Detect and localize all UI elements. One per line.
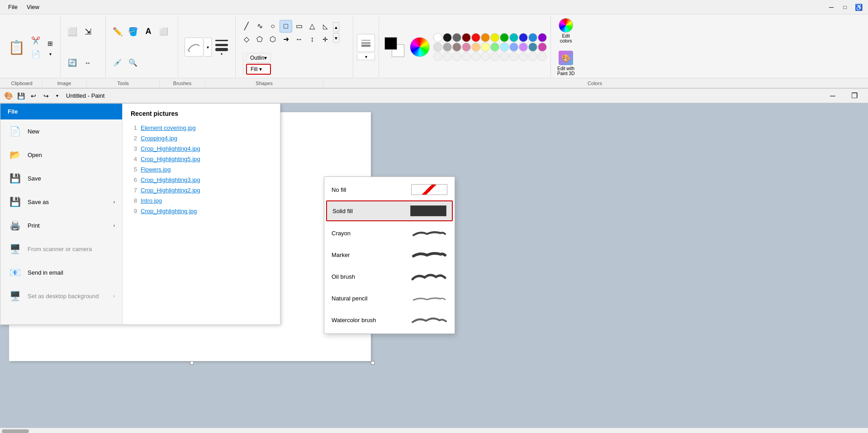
color-swatch-red[interactable]: [471, 33, 480, 42]
paste-down-arrow[interactable]: ▾: [44, 51, 57, 57]
color-swatch-blue[interactable]: [519, 33, 528, 42]
file-desktop[interactable]: 🖥️ Set as desktop background ›: [0, 284, 122, 308]
color-swatch-empty9[interactable]: [509, 52, 518, 61]
shape-pentagon[interactable]: ⬠: [253, 33, 266, 46]
color-swatch-lightgray1[interactable]: [433, 43, 442, 52]
resize-button[interactable]: ⇲: [81, 24, 95, 39]
color-swatch-empty1[interactable]: [433, 52, 442, 61]
size-dropdown-arrow[interactable]: ▾: [357, 54, 375, 60]
fill-button[interactable]: 🪣: [126, 24, 140, 39]
shape-diamond[interactable]: ◇: [240, 33, 253, 46]
shape-arrow-right[interactable]: ➜: [280, 33, 292, 46]
window-restore[interactable]: ❐: [844, 89, 864, 103]
color-swatch-gray[interactable]: [443, 43, 452, 52]
recent-item-8[interactable]: 8 Intro.jpg: [131, 195, 272, 206]
shape-four-arrows[interactable]: ✛: [319, 33, 332, 46]
shape-rect-selected[interactable]: □: [280, 20, 292, 33]
text-button[interactable]: A: [141, 24, 156, 39]
accessibility-icon[interactable]: ♿: [853, 1, 864, 13]
shape-arrow-both[interactable]: ↔: [293, 33, 305, 46]
color-swatch-white[interactable]: [433, 33, 442, 42]
fill-type-button[interactable]: Fill ▾: [246, 64, 271, 75]
color-swatch-empty5[interactable]: [471, 52, 480, 61]
color-swatch-empty3[interactable]: [452, 52, 461, 61]
recent-item-3[interactable]: 3 Crop_Highlighting4.jpg: [131, 143, 272, 154]
recent-item-5[interactable]: 5 Flowers.jpg: [131, 164, 272, 175]
brush-stroke-3[interactable]: [214, 48, 229, 51]
color-swatch-steelblue[interactable]: [528, 43, 537, 52]
outline-button[interactable]: Outlin▾: [246, 53, 271, 63]
minimize-button[interactable]: ─: [825, 1, 837, 13]
recent-item-1[interactable]: 1 Element covering.jpg: [131, 123, 272, 133]
recent-item-9[interactable]: 9 Crop_Highlighting.jpg: [131, 206, 272, 216]
magnify-button[interactable]: 🔍: [126, 56, 140, 70]
fill-option-marker[interactable]: Marker: [324, 244, 455, 266]
recent-item-6[interactable]: 6 Crop_Highlighting3.jpg: [131, 175, 272, 185]
color-picker-button[interactable]: 💉: [110, 56, 125, 70]
file-email[interactable]: 📧 Send in email: [0, 261, 122, 284]
shape-ellipse[interactable]: ○: [266, 20, 279, 33]
canvas-handle-corner[interactable]: [371, 361, 375, 365]
fill-option-watercolor[interactable]: Watercolor brush: [324, 309, 455, 331]
file-print[interactable]: 🖨️ Print ›: [0, 214, 122, 237]
color-swatch-empty4[interactable]: [462, 52, 471, 61]
maximize-button[interactable]: □: [839, 1, 851, 13]
file-scanner[interactable]: 🖥️ From scanner or camera: [0, 237, 122, 261]
edit-paint3d-button[interactable]: 🎨 Edit withPaint 3D: [555, 49, 576, 78]
shapes-scroll-down[interactable]: ▼: [333, 33, 339, 43]
canvas-handle-bottom[interactable]: [190, 361, 194, 365]
window-minimize[interactable]: ─: [823, 89, 843, 103]
brush-stroke-2[interactable]: [214, 43, 229, 47]
h-scrollbar[interactable]: [0, 428, 868, 433]
color-wheel[interactable]: [410, 37, 430, 57]
color-swatch-yellow[interactable]: [490, 33, 499, 42]
shape-curve[interactable]: ∿: [253, 20, 266, 33]
color-swatch-empty11[interactable]: [528, 52, 537, 61]
recent-item-7[interactable]: 7 Crop_Highlighting2.jpg: [131, 185, 272, 195]
copy-button[interactable]: 📄: [29, 48, 42, 60]
shape-rounded-rect[interactable]: ▭: [293, 20, 305, 33]
qa-save-button[interactable]: 💾: [15, 90, 26, 101]
color1-swatch[interactable]: [384, 37, 397, 50]
recent-item-4[interactable]: 4 Crop_Highlighting5.jpg: [131, 154, 272, 164]
color-swatch-lightgreen[interactable]: [490, 43, 499, 52]
fill-option-oil-brush[interactable]: Oil brush: [324, 266, 455, 287]
recent-item-2[interactable]: 2 Cropping4.jpg: [131, 133, 272, 143]
color-swatch-darkred[interactable]: [462, 33, 471, 42]
color-swatch-indigo[interactable]: [528, 33, 537, 42]
color-swatch-magenta[interactable]: [538, 43, 547, 52]
fill-option-no-fill[interactable]: No fill: [324, 180, 455, 200]
file-new[interactable]: 📄 New: [0, 119, 122, 143]
color-swatch-green[interactable]: [500, 33, 509, 42]
rotate-button[interactable]: 🔄: [65, 56, 80, 70]
menu-view[interactable]: View: [22, 2, 44, 12]
color-swatch-purple[interactable]: [538, 33, 547, 42]
color-swatch-empty12[interactable]: [538, 52, 547, 61]
fill-option-solid[interactable]: Solid fill: [326, 200, 453, 221]
color-swatch-empty7[interactable]: [490, 52, 499, 61]
file-open[interactable]: 📂 Open: [0, 143, 122, 167]
color-swatch-lavender[interactable]: [519, 43, 528, 52]
fill-option-natural-pencil[interactable]: Natural pencil: [324, 287, 455, 309]
edit-colors-button[interactable]: Editcolors: [557, 16, 575, 45]
shape-hexagon[interactable]: ⬡: [266, 33, 279, 46]
shape-up-down-arrow[interactable]: ↕: [306, 33, 318, 46]
eraser-button[interactable]: ⬜: [157, 24, 171, 39]
color-swatch-empty6[interactable]: [481, 52, 490, 61]
color-swatch-skyblue[interactable]: [509, 43, 518, 52]
color-swatch-empty10[interactable]: [519, 52, 528, 61]
shape-right-triangle[interactable]: ◺: [319, 20, 332, 33]
color-swatch-darkgray[interactable]: [452, 33, 461, 42]
color-swatch-lightyellow[interactable]: [481, 43, 490, 52]
pencil-button[interactable]: ✏️: [110, 24, 125, 39]
file-save-as[interactable]: 💾 Save as ›: [0, 190, 122, 214]
menu-file[interactable]: File: [4, 2, 22, 12]
qa-dropdown-arrow[interactable]: ▾: [53, 90, 61, 101]
file-save[interactable]: 💾 Save: [0, 167, 122, 190]
shape-line[interactable]: ╱: [240, 20, 253, 33]
color-swatch-teal[interactable]: [509, 33, 518, 42]
size-expand-button[interactable]: [357, 34, 375, 52]
brush-dropdown-arrow[interactable]: ▾: [204, 38, 212, 57]
color-swatch-gray2[interactable]: [452, 43, 461, 52]
color-swatch-orange[interactable]: [481, 33, 490, 42]
